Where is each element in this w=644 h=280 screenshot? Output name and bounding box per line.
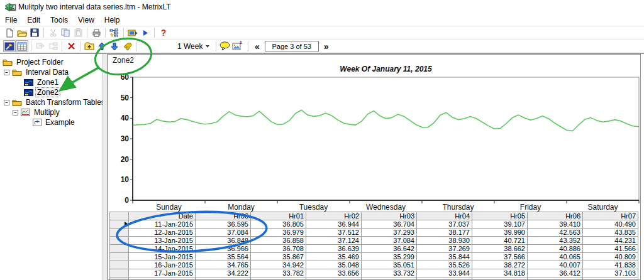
grid-cell[interactable]: 39.410 (528, 220, 583, 229)
grid-cell[interactable]: 37.037 (417, 220, 472, 229)
tree-item-zone2[interactable]: Zone2 (0, 87, 103, 97)
grid-cell[interactable] (129, 277, 196, 280)
transform-icon[interactable] (47, 40, 59, 52)
grid-cell[interactable] (528, 277, 583, 280)
menu-item-file[interactable]: File (0, 15, 22, 25)
grid-cell[interactable]: 33.732 (362, 269, 417, 277)
grid-cell[interactable]: 36.642 (362, 245, 417, 253)
grid-cell[interactable]: 37.124 (306, 237, 362, 245)
row-selector[interactable] (110, 269, 129, 277)
row-selector[interactable] (110, 229, 129, 237)
export-image-icon[interactable] (126, 27, 139, 39)
grid-cell[interactable] (472, 277, 528, 280)
grid-cell[interactable]: 34.765 (196, 261, 251, 269)
row-selector[interactable] (110, 245, 129, 253)
print-icon[interactable] (90, 27, 103, 39)
grid-cell[interactable]: 41.566 (583, 245, 638, 253)
tree-item-zone1[interactable]: Zone1 (0, 77, 103, 87)
paste-icon[interactable] (72, 27, 84, 39)
grid-cell[interactable]: 40.065 (528, 253, 583, 261)
data-grid-icon[interactable] (16, 40, 28, 52)
grid-cell[interactable]: 37.103 (583, 269, 638, 277)
grid-cell[interactable]: 43.352 (528, 237, 583, 245)
grid-cell[interactable] (306, 277, 362, 280)
folder-up-icon[interactable] (83, 40, 96, 52)
row-selector[interactable] (110, 277, 129, 280)
grid-cell[interactable]: 35.564 (196, 253, 251, 261)
grid-cell[interactable]: 36.639 (306, 245, 362, 253)
grid-cell[interactable]: 39.107 (472, 220, 528, 229)
link-icon[interactable] (34, 40, 47, 52)
grid-cell[interactable]: 11-Jan-2015 (129, 220, 196, 229)
grid-cell[interactable]: 36.595 (196, 220, 251, 229)
tree-expander-icon[interactable] (13, 110, 18, 116)
grid-cell[interactable]: 40.721 (472, 237, 528, 245)
menu-item-help[interactable]: Help (99, 15, 125, 25)
grid-cell[interactable]: 33.782 (251, 269, 306, 277)
grid-cell[interactable]: 36.704 (362, 220, 417, 229)
grid-cell[interactable]: 14-Jan-2015 (129, 245, 196, 253)
grid-cell[interactable]: 13-Jan-2015 (129, 237, 196, 245)
grid-cell[interactable]: 36.708 (251, 245, 306, 253)
grid-cell[interactable]: 34.222 (196, 269, 251, 277)
move-up-icon[interactable] (96, 40, 108, 52)
tree-expander-icon[interactable] (4, 70, 9, 75)
hammer-tool-icon[interactable] (3, 40, 16, 52)
grid-cell[interactable]: 33.656 (306, 269, 362, 277)
grid-cell[interactable]: 34.942 (251, 261, 306, 269)
grid-cell[interactable]: 35.844 (417, 253, 472, 261)
grid-cell[interactable] (196, 277, 251, 280)
grid-cell[interactable]: 40.007 (528, 261, 583, 269)
grid-cell[interactable] (583, 277, 638, 280)
grid-cell[interactable]: 37.512 (306, 229, 362, 237)
grid-cell[interactable]: 36.412 (528, 269, 583, 277)
next-page-button[interactable]: » (320, 41, 333, 51)
move-down-icon[interactable] (108, 40, 121, 52)
tree-item-project-folder[interactable]: Project Folder (0, 57, 103, 67)
grid-cell[interactable]: 40.886 (528, 245, 583, 253)
grid-cell[interactable]: 36.848 (196, 237, 251, 245)
range-selector-dropdown[interactable]: 1 Week (174, 41, 213, 51)
grid-cell[interactable]: 37.293 (362, 229, 417, 237)
prev-page-button[interactable]: « (251, 41, 264, 51)
grid-cell[interactable]: 35.051 (362, 261, 417, 269)
copy-icon[interactable] (59, 27, 72, 39)
row-selector[interactable] (110, 253, 129, 261)
grid-cell[interactable]: 17-Jan-2015 (129, 269, 196, 277)
tree-item-batch-transform-tables[interactable]: Batch Transform Tables (0, 97, 103, 107)
row-selector[interactable] (110, 237, 129, 245)
run-icon[interactable] (139, 27, 152, 39)
grid-cell[interactable]: 36.979 (251, 229, 306, 237)
grid-cell[interactable] (251, 277, 306, 280)
grid-cell[interactable]: 38.662 (472, 245, 528, 253)
tree-expander-icon[interactable] (4, 100, 9, 105)
menu-item-edit[interactable]: Edit (22, 15, 45, 25)
comment-bubble-icon[interactable] (219, 40, 231, 52)
panel-splitter[interactable] (103, 54, 108, 280)
row-selector[interactable] (110, 261, 129, 269)
grid-cell[interactable]: 42.563 (528, 229, 583, 237)
hand-pointer-icon[interactable] (121, 40, 133, 52)
open-folder-icon[interactable] (16, 27, 28, 39)
tree-item-interval-data[interactable]: Interval Data (0, 67, 103, 77)
help-icon[interactable]: ? (157, 27, 170, 39)
grid-cell[interactable]: 12-Jan-2015 (129, 229, 196, 237)
save-icon[interactable] (28, 27, 41, 39)
grid-cell[interactable]: 38.930 (417, 237, 472, 245)
tree-item-multiply[interactable]: Multiply (0, 107, 103, 117)
grid-cell[interactable]: 43.835 (583, 229, 638, 237)
menu-item-tools[interactable]: Tools (45, 15, 73, 25)
grid-cell[interactable]: 37.566 (472, 253, 528, 261)
grid-cell[interactable]: 35.048 (306, 261, 362, 269)
grid-cell[interactable]: 33.944 (417, 269, 472, 277)
menu-item-view[interactable]: View (73, 15, 99, 25)
grid-cell[interactable]: 34.818 (472, 269, 528, 277)
grid-cell[interactable]: 40.809 (583, 253, 638, 261)
grid-cell[interactable]: 44.231 (583, 237, 638, 245)
grid-cell[interactable]: 37.269 (417, 245, 472, 253)
grid-cell[interactable]: 15-Jan-2015 (129, 253, 196, 261)
grid-cell[interactable]: 36.805 (251, 220, 306, 229)
grid-cell[interactable] (417, 277, 472, 280)
grid-cell[interactable]: 35.469 (306, 253, 362, 261)
cut-icon[interactable] (47, 27, 59, 39)
